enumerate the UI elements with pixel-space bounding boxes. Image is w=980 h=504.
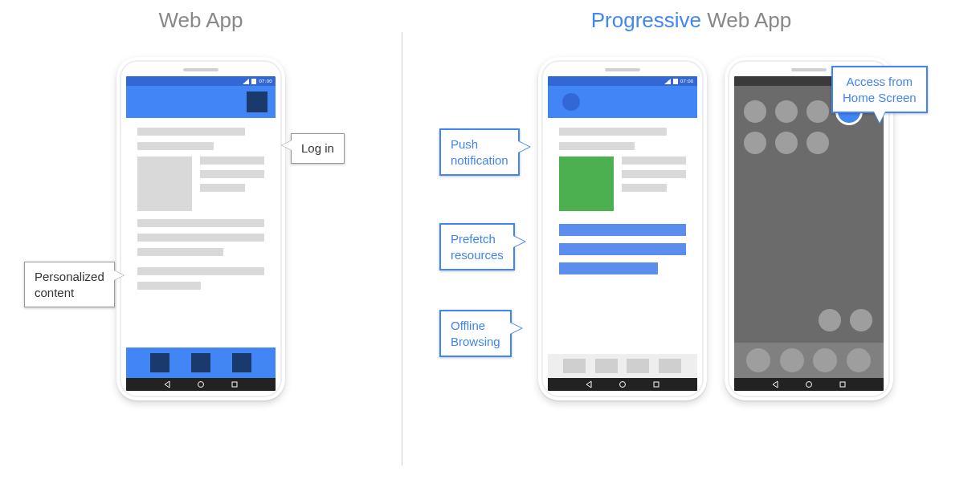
- back-icon: [585, 380, 593, 388]
- phone-pwa-app: 07:00: [538, 57, 707, 400]
- pwa-heading-rest: Web App: [701, 8, 791, 32]
- callout-login-text: Log in: [301, 141, 334, 155]
- callout-personalized: Personalized content: [24, 262, 115, 307]
- status-time: 07:00: [259, 79, 272, 83]
- tab-placeholder: [563, 359, 586, 373]
- recents-icon: [652, 380, 660, 388]
- home-screen-wallpaper: [734, 86, 884, 378]
- battery-icon: [673, 79, 678, 84]
- android-status-bar: 07:00: [126, 76, 276, 86]
- app-icon: [744, 132, 766, 154]
- dock-icon: [780, 348, 804, 372]
- text-placeholder: [200, 184, 245, 192]
- prefetched-image-placeholder: [559, 156, 614, 211]
- app-icon: [775, 132, 798, 154]
- callout-login: Log in: [291, 133, 345, 164]
- content-area: [548, 118, 697, 274]
- android-nav-bar: [126, 378, 276, 391]
- web-app-panel: Web App 07:00: [0, 0, 402, 504]
- text-placeholder: [622, 156, 686, 165]
- nav-item-placeholder: [150, 353, 169, 372]
- android-status-bar: 07:00: [548, 76, 697, 86]
- app-icon: [775, 100, 798, 123]
- callout-access-text: Access from Home Screen: [843, 75, 917, 104]
- home-icon: [805, 380, 813, 388]
- text-placeholder: [137, 248, 223, 256]
- bottom-nav-bar: [126, 348, 276, 378]
- svg-point-4: [806, 382, 811, 388]
- push-notification-indicator: [562, 93, 580, 111]
- callout-prefetch-text: Prefetch resources: [451, 232, 504, 262]
- svg-rect-5: [840, 382, 845, 387]
- signal-icon: [664, 79, 671, 84]
- tab-placeholder: [595, 359, 618, 373]
- pwa-heading-accent: Progressive: [591, 8, 701, 32]
- pwa-panel: Progressive Web App 07:00: [402, 0, 980, 504]
- callout-access-home-screen: Access from Home Screen: [831, 66, 928, 113]
- callout-push-text: Push notification: [451, 137, 508, 167]
- dock-icon: [847, 348, 871, 372]
- offline-content-bar: [559, 224, 686, 236]
- svg-rect-1: [232, 382, 237, 387]
- dock-icon: [746, 348, 770, 372]
- android-nav-bar: [734, 378, 884, 391]
- phone-speaker: [791, 68, 827, 71]
- content-area: [126, 118, 276, 290]
- text-placeholder: [622, 170, 686, 178]
- home-screen-dock: [734, 343, 884, 378]
- back-icon: [771, 380, 779, 388]
- app-icon: [806, 100, 829, 123]
- svg-point-2: [619, 382, 625, 388]
- web-app-heading: Web App: [0, 8, 402, 33]
- login-button-placeholder: [247, 91, 267, 112]
- phone-web-app: 07:00: [116, 57, 285, 400]
- phone-speaker: [183, 68, 218, 71]
- text-placeholder: [137, 128, 245, 136]
- bottom-tab-bar: [548, 354, 697, 378]
- nav-item-placeholder: [191, 353, 210, 372]
- app-icon: [744, 100, 766, 123]
- text-placeholder: [559, 142, 635, 150]
- svg-rect-3: [654, 382, 659, 387]
- text-placeholder: [137, 234, 264, 242]
- phone-speaker: [605, 68, 640, 71]
- dock-icon: [813, 348, 837, 372]
- home-icon: [619, 380, 627, 388]
- signal-icon: [243, 79, 249, 84]
- battery-icon: [251, 79, 256, 84]
- tab-placeholder: [659, 359, 681, 373]
- pwa-heading: Progressive Web App: [402, 8, 980, 33]
- app-icon: [806, 132, 829, 154]
- nav-item-placeholder: [232, 353, 251, 372]
- offline-content-bar: [559, 262, 658, 274]
- text-placeholder: [137, 267, 264, 275]
- home-icon: [197, 380, 205, 388]
- image-placeholder: [137, 156, 192, 211]
- recents-icon: [231, 380, 239, 388]
- text-placeholder: [622, 184, 667, 192]
- text-placeholder: [559, 128, 667, 136]
- callout-prefetch-resources: Prefetch resources: [439, 223, 515, 270]
- status-time: 07:00: [680, 79, 694, 83]
- tab-placeholder: [627, 359, 649, 373]
- app-icon: [819, 309, 841, 331]
- recents-icon: [839, 380, 847, 388]
- text-placeholder: [200, 170, 264, 178]
- text-placeholder: [137, 282, 201, 290]
- text-placeholder: [137, 142, 214, 150]
- text-placeholder: [200, 156, 264, 165]
- app-icon: [850, 309, 872, 331]
- svg-point-0: [198, 382, 204, 388]
- callout-offline-browsing: Offline Browsing: [439, 310, 512, 357]
- callout-offline-text: Offline Browsing: [451, 319, 500, 348]
- android-nav-bar: [548, 378, 697, 391]
- app-bar: [126, 86, 276, 118]
- callout-push-notification: Push notification: [439, 128, 520, 176]
- back-icon: [163, 380, 171, 388]
- offline-content-bar: [559, 243, 686, 255]
- app-bar: [548, 86, 697, 118]
- text-placeholder: [137, 219, 264, 227]
- callout-personalized-text: Personalized content: [35, 270, 104, 299]
